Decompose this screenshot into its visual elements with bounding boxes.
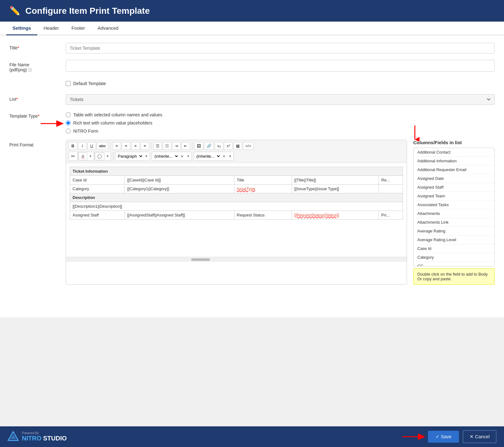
scrollbar-thumb <box>191 258 210 261</box>
column-item[interactable]: Attachments <box>414 209 494 218</box>
columns-panel-title: Columns/Fields in list <box>413 140 495 145</box>
footer-actions: ✓ Save ✕ Cancel <box>402 430 496 443</box>
editor-body[interactable]: Ticket Information Case Id [[CaseId||Cas… <box>66 163 407 257</box>
cell-requeststatus-label: Request Status <box>234 211 292 220</box>
column-item[interactable]: Assigned Team <box>414 192 494 201</box>
table-row-1: Case Id [[CaseId||Case Id]] Title [[Titl… <box>70 176 403 185</box>
outdent-button[interactable]: ⇤ <box>181 142 190 150</box>
print-format-row: Print Format B I U abc ≡ ≡ ≡ ≡ <box>9 140 495 303</box>
radio-nitroform-input[interactable] <box>66 129 71 134</box>
inherit-select-1[interactable]: (inherite... <box>152 153 179 160</box>
source-button[interactable]: </> <box>243 142 254 150</box>
column-item[interactable]: Assigned Staff <box>414 183 494 192</box>
cell-issuetype-value: [[IssueType||Issue Type]] <box>292 185 379 193</box>
align-left-button[interactable]: ≡ <box>112 142 121 150</box>
column-item[interactable]: Additional Requester Email <box>414 165 494 174</box>
tab-footer[interactable]: Footer <box>65 22 91 35</box>
cell-re: Re... <box>379 176 403 185</box>
unordered-list-button[interactable]: ☰ <box>153 142 162 150</box>
cell-caseid-label: Case Id <box>70 176 125 185</box>
editor-toolbar: B I U abc ≡ ≡ ≡ ≡ ☰ ☷ ⇥ ⇤ <box>66 140 407 163</box>
column-item[interactable]: Category <box>414 253 494 262</box>
nitro-logo-text: Powered By NITRO STUDIO <box>22 431 67 442</box>
save-button[interactable]: ✓ Save <box>428 431 459 443</box>
title-input-container <box>66 43 495 53</box>
column-item[interactable]: Additional Information <box>414 157 494 165</box>
cell-pri: Pri... <box>379 211 403 220</box>
column-item[interactable]: Average Rating Level <box>414 236 494 244</box>
list-select[interactable]: Tickets <box>66 94 495 105</box>
link-button[interactable]: 🔗 <box>204 142 214 150</box>
inherit-2-arrow[interactable]: ▼ <box>227 154 233 159</box>
ordered-list-button[interactable]: ☷ <box>163 142 171 150</box>
section-title-description: Description <box>70 193 403 202</box>
font-color-button[interactable]: A <box>79 152 87 160</box>
paragraph-select[interactable]: Paragraph <box>115 153 143 160</box>
align-right-button[interactable]: ≡ <box>131 142 140 150</box>
cell-requeststatus-value: [[RequestStatus||Status]] <box>292 211 379 220</box>
radio-richtext-input[interactable] <box>66 120 71 125</box>
font-color-arrow[interactable]: ▼ <box>87 154 94 159</box>
print-format-content: B I U abc ≡ ≡ ≡ ≡ ☰ ☷ ⇥ ⇤ <box>66 140 495 285</box>
paragraph-select-container: Paragraph ▼ <box>115 152 150 161</box>
column-item[interactable]: Associated Tasks <box>414 201 494 209</box>
table-row-desc: [[Description1||Description]] <box>70 202 403 211</box>
subscript-button[interactable]: x₂ <box>215 142 223 150</box>
default-template-control: Default Template <box>66 79 495 88</box>
image-button[interactable]: 🖼 <box>194 142 203 150</box>
paragraph-arrow[interactable]: ▼ <box>143 154 150 159</box>
column-item[interactable]: Additional Contact <box>414 148 494 157</box>
cell-category-label: Category <box>70 185 125 193</box>
column-item[interactable]: CC <box>414 262 494 267</box>
cell-caseid-value: [[CaseId||Case Id]] <box>125 176 234 185</box>
clear-format-button[interactable]: ✂ <box>69 152 78 161</box>
filename-row: File Name (pdf/png) ⓘ <box>9 60 495 73</box>
tab-settings[interactable]: Settings <box>6 22 37 35</box>
column-item[interactable]: Case Id <box>414 244 494 253</box>
list-row: List* Tickets <box>9 94 495 105</box>
column-item[interactable]: Attachments Link <box>414 218 494 227</box>
editor-scrollbar[interactable] <box>66 257 407 262</box>
default-template-checkbox[interactable] <box>66 81 71 86</box>
highlight-button[interactable]: ◯ <box>95 152 104 160</box>
title-label: Title* <box>9 43 59 50</box>
columns-list: Additional Contact Additional Informatio… <box>413 148 495 267</box>
tab-header[interactable]: Header <box>37 22 65 35</box>
bold-button[interactable]: B <box>69 142 77 150</box>
cell-assignedstaff-value: [[AssignedStaff||Assigned Staff]] <box>125 211 234 220</box>
default-template-label: Default Template <box>73 81 106 86</box>
strikethrough-button[interactable]: abc <box>97 142 108 150</box>
filename-input[interactable] <box>66 60 495 72</box>
template-type-label: Template Type* <box>9 111 59 119</box>
align-justify-button[interactable]: ≡ <box>140 142 149 150</box>
align-center-button[interactable]: ≡ <box>122 142 130 150</box>
template-type-control: Table with selected column names and val… <box>66 111 495 134</box>
radio-nitroform: NITRO Form <box>66 129 495 134</box>
radio-group: Table with selected column names and val… <box>66 111 495 134</box>
indent-button[interactable]: ⇥ <box>172 142 181 150</box>
info-icon[interactable]: ⓘ <box>28 68 32 72</box>
editor-table: Ticket Information Case Id [[CaseId||Cas… <box>70 167 403 220</box>
section-title-ticket: Ticket Information <box>70 167 403 176</box>
highlight-arrow[interactable]: ▼ <box>104 154 111 159</box>
arrow-columns <box>410 125 420 141</box>
column-item[interactable]: Assigned Date <box>414 174 494 183</box>
table-row-3: Assigned Staff [[AssignedStaff||Assigned… <box>70 211 403 220</box>
template-type-row: Template Type* Table with selected colum… <box>9 111 495 134</box>
title-input[interactable] <box>66 43 495 53</box>
radio-table-label: Table with selected column names and val… <box>73 112 162 117</box>
cancel-button[interactable]: ✕ Cancel <box>463 430 496 443</box>
pencil-icon: ✏️ <box>9 6 20 16</box>
column-item[interactable]: Average Rating <box>414 227 494 236</box>
tab-advanced[interactable]: Advanced <box>91 22 125 35</box>
italic-button[interactable]: I <box>78 142 87 150</box>
underline-button[interactable]: U <box>87 142 96 150</box>
table-row-2: Category [[Category1||Category]] IssueTy… <box>70 185 403 193</box>
radio-table-input[interactable] <box>66 112 71 117</box>
superscript-button[interactable]: x² <box>224 142 233 150</box>
inherit-2-clear[interactable]: ✕ <box>221 154 227 159</box>
table-button[interactable]: ▦ <box>233 142 242 150</box>
inherit-1-clear[interactable]: ✕ <box>179 154 185 159</box>
inherit-1-arrow[interactable]: ▼ <box>185 154 191 159</box>
inherit-select-2[interactable]: (inherite... <box>194 153 221 160</box>
